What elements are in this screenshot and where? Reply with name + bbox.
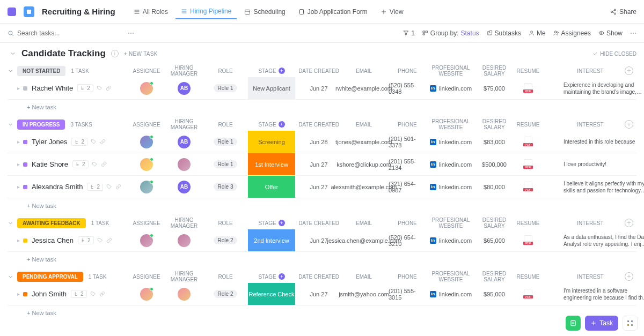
phone-cell[interactable]: (201) 501-3378 <box>389 136 426 148</box>
caret-icon[interactable]: ▸ <box>17 184 20 190</box>
hiring-manager-cell[interactable]: AB <box>165 181 203 193</box>
hiring-manager-avatar[interactable] <box>178 158 191 171</box>
subtasks-button[interactable]: Subtasks <box>487 29 521 37</box>
col-phone[interactable]: PHONE <box>389 220 426 226</box>
col-stage[interactable]: STAGE+ <box>248 273 295 280</box>
chevron-down-icon[interactable] <box>8 274 13 280</box>
caret-icon[interactable]: ▸ <box>17 139 20 145</box>
hiring-manager-cell[interactable] <box>165 288 203 301</box>
tag-icon[interactable] <box>91 139 97 145</box>
role-cell[interactable]: Role 2 <box>209 236 241 244</box>
status-chip[interactable]: IN PROGRESS <box>17 120 65 130</box>
role-cell[interactable]: Role 1 <box>209 84 241 92</box>
col-website[interactable]: PROFESIONAL WEBSITE <box>428 118 473 130</box>
stage-cell[interactable]: Reference Check <box>248 283 295 305</box>
new-task-button[interactable]: + NEW TASK <box>124 51 158 57</box>
col-email[interactable]: EMAIL <box>342 68 385 74</box>
subtask-badge[interactable]: 2 <box>71 138 87 146</box>
assignee-cell[interactable] <box>128 234 165 247</box>
add-column-button[interactable]: + <box>625 272 633 281</box>
col-date[interactable]: DATE CREATED <box>297 220 340 226</box>
stage-plus-icon[interactable]: + <box>279 273 285 280</box>
status-dot[interactable] <box>23 185 27 189</box>
col-email[interactable]: EMAIL <box>342 122 385 128</box>
add-column-button[interactable]: + <box>625 219 633 227</box>
col-assignee[interactable]: ASSIGNEE <box>128 122 165 128</box>
assignee-cell[interactable] <box>128 136 165 148</box>
role-cell[interactable]: Role 3 <box>209 183 241 191</box>
assignees-button[interactable]: Assignees <box>553 29 591 37</box>
stage-cell[interactable]: New Applicant <box>248 77 295 99</box>
task-name[interactable]: Alexandra Smith <box>32 183 83 191</box>
status-dot[interactable] <box>23 238 27 243</box>
assignee-cell[interactable] <box>128 288 165 301</box>
view-add[interactable]: View <box>375 4 409 19</box>
website-cell[interactable]: inlinkedin.com <box>428 184 473 190</box>
caret-icon[interactable]: ▸ <box>17 237 20 243</box>
toolbar-more-icon[interactable]: ⋯ <box>630 29 636 37</box>
stage-cell[interactable]: Offer <box>248 176 295 198</box>
email-cell[interactable]: alexsmith@example.com <box>342 184 385 190</box>
phone-cell[interactable]: (520) 654-3210 <box>389 234 426 247</box>
role-cell[interactable]: Role 1 <box>209 138 241 146</box>
col-website[interactable]: PROFESIONAL WEBSITE <box>428 65 473 77</box>
resume-cell[interactable] <box>513 83 543 94</box>
task-name[interactable]: John Smith <box>32 290 67 298</box>
task-name[interactable]: Jessica Chen <box>32 236 74 244</box>
tag-icon[interactable] <box>97 237 103 243</box>
col-salary[interactable]: DESIRED SALARY <box>475 118 513 130</box>
link-icon[interactable] <box>99 291 105 297</box>
col-salary[interactable]: DESIRED SALARY <box>475 271 513 282</box>
me-button[interactable]: Me <box>529 29 546 37</box>
col-stage[interactable]: STAGE+ <box>248 220 295 226</box>
phone-cell[interactable]: (201) 555-2134 <box>389 158 426 171</box>
col-stage[interactable]: STAGE+ <box>248 68 295 74</box>
website-cell[interactable]: inlinkedin.com <box>428 85 473 92</box>
tag-icon[interactable] <box>90 291 96 297</box>
website-cell[interactable]: inlinkedin.com <box>428 237 473 244</box>
chevron-down-icon[interactable] <box>10 50 16 57</box>
filter-button[interactable]: 1 <box>403 29 415 37</box>
col-phone[interactable]: PHONE <box>389 68 426 74</box>
col-date[interactable]: DATE CREATED <box>297 274 340 280</box>
task-name[interactable]: Rachel White <box>32 84 73 92</box>
col-phone[interactable]: PHONE <box>389 122 426 128</box>
status-dot[interactable] <box>23 86 27 91</box>
subtask-badge[interactable]: 2 <box>71 290 87 298</box>
view-all-roles[interactable]: All Roles <box>128 4 173 19</box>
group-by-button[interactable]: Group by: Status <box>422 29 479 37</box>
new-task-row[interactable]: + New task <box>8 305 636 320</box>
col-hiring-manager[interactable]: HIRING MANAGER <box>165 118 203 130</box>
resume-cell[interactable] <box>513 137 543 147</box>
col-stage[interactable]: STAGE+ <box>248 121 295 128</box>
list-color-icon[interactable] <box>24 6 34 17</box>
phone-cell[interactable]: (321) 654-0987 <box>389 181 426 193</box>
col-resume[interactable]: RESUME <box>513 122 543 128</box>
phone-cell[interactable]: (201) 555-3015 <box>389 288 426 301</box>
hiring-manager-avatar[interactable]: AB <box>178 181 191 193</box>
col-assignee[interactable]: ASSIGNEE <box>128 68 165 74</box>
subtask-badge[interactable]: 2 <box>77 84 93 92</box>
search-input[interactable] <box>17 29 125 37</box>
hiring-manager-avatar[interactable] <box>178 234 191 247</box>
new-task-row[interactable]: + New task <box>8 252 636 267</box>
website-cell[interactable]: inlinkedin.com <box>428 139 473 145</box>
subtask-badge[interactable]: 2 <box>87 183 103 191</box>
link-icon[interactable] <box>100 139 106 145</box>
col-website[interactable]: PROFESIONAL WEBSITE <box>428 217 473 229</box>
website-cell[interactable]: inlinkedin.com <box>428 291 473 297</box>
resume-cell[interactable] <box>513 159 543 170</box>
col-phone[interactable]: PHONE <box>389 274 426 280</box>
chevron-down-icon[interactable] <box>8 220 13 226</box>
phone-cell[interactable]: (520) 555-0348 <box>389 82 426 95</box>
col-email[interactable]: EMAIL <box>342 220 385 226</box>
view-hiring-pipeline[interactable]: Hiring Pipeline <box>175 4 237 19</box>
col-website[interactable]: PROFESIONAL WEBSITE <box>428 271 473 282</box>
task-name[interactable]: Katie Shore <box>32 160 68 168</box>
status-chip[interactable]: PENDING APPROVAL <box>17 272 83 282</box>
task-row[interactable]: ▸ Katie Shore 2 Role 1 1st Interview Jun… <box>8 153 636 176</box>
share-button[interactable]: Share <box>610 8 636 16</box>
col-interest[interactable]: INTEREST <box>564 220 617 226</box>
new-task-row[interactable]: + New task <box>8 100 636 115</box>
new-task-float-button[interactable]: Task <box>585 316 618 331</box>
